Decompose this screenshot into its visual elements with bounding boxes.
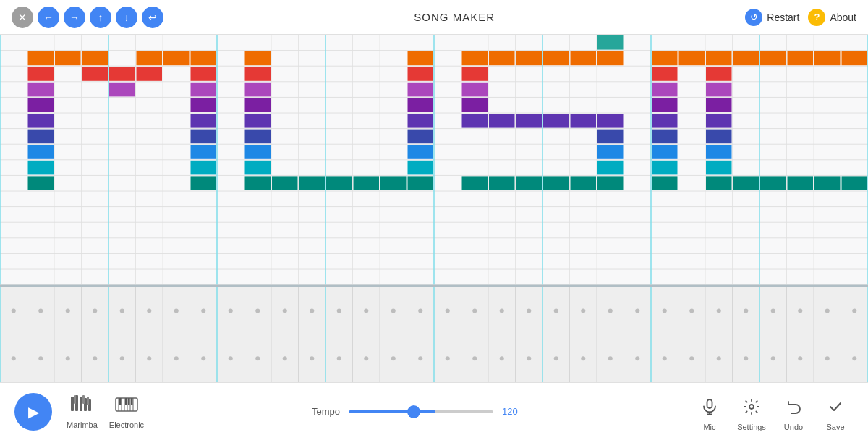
about-icon: ? (808, 9, 825, 26)
undo-button[interactable] (779, 392, 808, 421)
tempo-slider[interactable] (349, 410, 493, 413)
settings-control[interactable]: Settings (733, 392, 770, 431)
svg-point-22 (749, 405, 754, 409)
right-controls: Mic Settings Undo (692, 392, 854, 431)
about-label: About (830, 12, 856, 23)
top-bar: ✕ ← → ↑ ↓ ↩ SONG MAKER ↺ Restart ? About (0, 0, 868, 35)
svg-rect-17 (128, 398, 130, 405)
restart-icon: ↺ (745, 9, 762, 26)
svg-rect-19 (707, 399, 712, 408)
svg-rect-7 (87, 397, 89, 405)
svg-rect-2 (80, 397, 82, 411)
bottom-bar: ▶ Marimba (0, 382, 868, 440)
close-button[interactable]: ✕ (12, 7, 33, 28)
mic-label: Mic (703, 423, 715, 431)
page-title: SONG MAKER (414, 11, 495, 23)
mic-control[interactable]: Mic (692, 392, 728, 431)
instrument-group: Marimba Electronic (67, 394, 144, 429)
play-button[interactable]: ▶ (14, 393, 52, 431)
tempo-group: Tempo 120 (312, 406, 524, 417)
svg-rect-16 (125, 398, 127, 405)
svg-rect-15 (119, 398, 122, 405)
top-right-controls: ↺ Restart ? About (745, 9, 856, 26)
undo-label: Undo (784, 423, 803, 431)
settings-button[interactable] (737, 392, 766, 421)
song-grid[interactable] (0, 35, 868, 382)
svg-rect-0 (71, 397, 74, 411)
nav-controls: ✕ ← → ↑ ↓ ↩ (12, 7, 163, 28)
tempo-label: Tempo (312, 406, 340, 417)
save-button[interactable] (821, 392, 850, 421)
mic-button[interactable] (695, 392, 724, 421)
about-button[interactable]: ? About (808, 9, 856, 26)
up-button[interactable]: ↑ (90, 7, 111, 28)
svg-rect-5 (74, 395, 76, 404)
tempo-value: 120 (502, 406, 524, 417)
svg-rect-18 (131, 398, 133, 405)
svg-rect-6 (82, 395, 85, 404)
restart-label: Restart (767, 12, 799, 23)
settings-label: Settings (737, 423, 766, 431)
undo-nav-button[interactable]: ↩ (142, 7, 163, 28)
marimba-button[interactable]: Marimba (67, 394, 98, 429)
save-control[interactable]: Save (817, 392, 854, 431)
back-button[interactable]: ← (38, 7, 59, 28)
play-icon: ▶ (28, 403, 39, 420)
restart-button[interactable]: ↺ Restart (745, 9, 799, 26)
forward-button[interactable]: → (64, 7, 85, 28)
electronic-label: Electronic (109, 420, 144, 429)
save-label: Save (826, 423, 844, 431)
undo-control[interactable]: Undo (775, 392, 812, 431)
main-area (0, 35, 868, 382)
electronic-icon (115, 394, 138, 419)
electronic-button[interactable]: Electronic (109, 394, 144, 429)
marimba-label: Marimba (67, 420, 98, 429)
down-button[interactable]: ↓ (116, 7, 137, 28)
marimba-icon (70, 394, 93, 419)
